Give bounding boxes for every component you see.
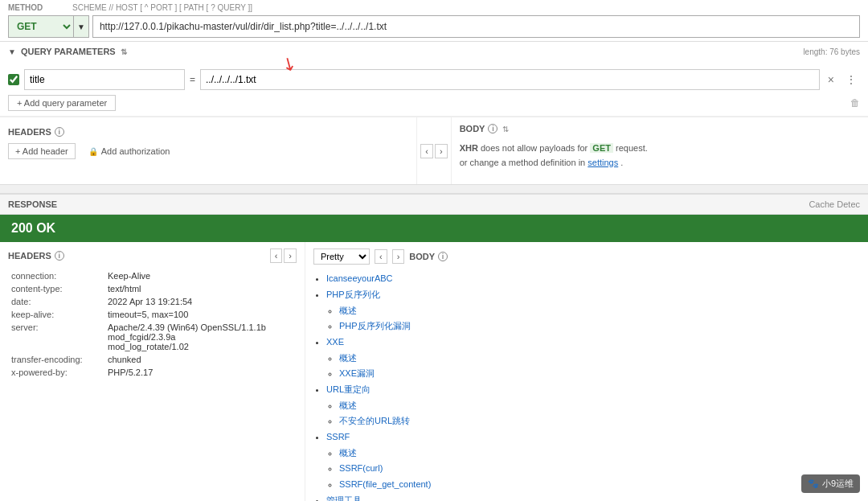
link-unsafe-url[interactable]: 不安全的URL跳转 <box>339 416 410 425</box>
equals-sign: = <box>190 74 195 85</box>
resp-header-transfer: transfer-encoding: chunked <box>8 353 297 366</box>
body-label: BODY i <box>460 124 498 133</box>
method-arrow-icon[interactable]: ▼ <box>73 15 89 38</box>
link-php-deser-overview[interactable]: 概述 <box>339 306 357 315</box>
link-ssrf-overview[interactable]: 概述 <box>339 448 357 458</box>
settings-link[interactable]: settings <box>588 158 618 167</box>
resp-headers-label: HEADERS i <box>8 251 64 261</box>
resp-header-key: content-type: <box>8 282 104 295</box>
delete-row-btn[interactable]: 🗑 <box>850 97 860 109</box>
add-header-button[interactable]: + Add header <box>8 143 76 159</box>
url-input[interactable] <box>92 15 860 38</box>
xhr-text: XHR does not allow payloads for GET requ… <box>460 143 648 153</box>
resp-header-date: date: 2022 Apr 13 19:21:54 <box>8 295 297 308</box>
resp-nav-right[interactable]: › <box>284 248 297 263</box>
body-sort-icon: ⇅ <box>502 125 509 133</box>
resp-header-value: PHP/5.2.17 <box>104 366 297 379</box>
resp-header-value: Keep-Alive <box>104 269 297 282</box>
status-bar: 200 OK <box>0 215 868 242</box>
lock-icon: 🔒 <box>88 147 98 156</box>
link-xxe-vuln[interactable]: XXE漏洞 <box>339 368 375 378</box>
link-ssrf[interactable]: SSRF <box>326 432 350 441</box>
resp-header-key: server: <box>8 321 104 353</box>
resp-header-value: timeout=5, max=100 <box>104 308 297 321</box>
link-icanseeyourabc[interactable]: IcanseeyourABC <box>326 273 393 283</box>
headers-label: HEADERS i <box>8 127 64 137</box>
resp-header-value: text/html <box>104 282 297 295</box>
resp-header-value: Apache/2.4.39 (Win64) OpenSSL/1.1.1b mod… <box>104 321 297 353</box>
resp-header-server: server: Apache/2.4.39 (Win64) OpenSSL/1.… <box>8 321 297 353</box>
query-param-more-btn[interactable]: ⋮ <box>842 73 860 86</box>
link-ssrf-curl[interactable]: SSRF(curl) <box>339 463 383 473</box>
resp-body-info-icon: i <box>438 252 448 261</box>
scheme-hint: SCHEME // HOST [ ^ PORT ] [ PATH [ ? QUE… <box>72 3 252 12</box>
query-params-label: QUERY PARAMETERS <box>21 47 116 56</box>
resp-header-key: transfer-encoding: <box>8 353 104 366</box>
resp-header-keep-alive: keep-alive: timeout=5, max=100 <box>8 308 297 321</box>
headers-info-icon: i <box>55 127 64 137</box>
resp-header-value: chunked <box>104 353 297 366</box>
query-param-key[interactable] <box>24 69 185 90</box>
resp-header-key: date: <box>8 295 104 308</box>
method-select[interactable]: GET POST PUT PATCH DELETE <box>8 15 73 38</box>
nav-left-arrow[interactable]: ‹ <box>420 144 433 158</box>
query-param-checkbox[interactable] <box>8 74 19 85</box>
resp-headers-info-icon: i <box>55 251 64 261</box>
response-headers-table: connection: Keep-Alive content-type: tex… <box>8 269 297 379</box>
xhr-notice: XHR does not allow payloads for GET requ… <box>460 142 860 170</box>
length-label: length: 76 bytes <box>803 47 860 56</box>
watermark: 🐾 小9运维 <box>801 474 860 493</box>
resp-header-key: connection: <box>8 269 104 282</box>
period: . <box>620 158 623 167</box>
link-xxe[interactable]: XXE <box>326 337 344 347</box>
response-header-bar: RESPONSE Cache Detec <box>0 194 868 215</box>
link-url-overview[interactable]: 概述 <box>339 400 357 410</box>
add-authorization-button[interactable]: 🔒 Add authorization <box>82 144 177 158</box>
method-selector[interactable]: GET POST PUT PATCH DELETE ▼ <box>8 15 89 38</box>
resp-body-label: BODY i <box>409 252 448 261</box>
status-text: 200 OK <box>11 221 55 235</box>
resp-header-connection: connection: Keep-Alive <box>8 269 297 282</box>
resp-header-content-type: content-type: text/html <box>8 282 297 295</box>
link-url-redirect[interactable]: URL重定向 <box>326 384 371 394</box>
resp-body-nav-left[interactable]: ‹ <box>375 249 387 264</box>
query-param-value[interactable] <box>200 69 820 90</box>
resp-nav-left[interactable]: ‹ <box>270 248 283 263</box>
resp-header-value: 2022 Apr 13 19:21:54 <box>104 295 297 308</box>
watermark-icon: 🐾 <box>808 478 819 489</box>
response-body-content: IcanseeyourABC PHP反序列化 概述 PHP反序列化漏洞 XXE … <box>313 271 860 501</box>
query-param-row: = × ⋮ <box>8 69 860 90</box>
cache-detect-label: Cache Detec <box>809 199 860 209</box>
pretty-select[interactable]: Pretty Raw Preview <box>314 249 369 264</box>
sort-icon: ⇅ <box>121 47 127 56</box>
link-ssrf-file[interactable]: SSRF(file_get_content) <box>339 479 431 489</box>
link-admin-tools[interactable]: 管理工具 <box>326 495 362 501</box>
query-toggle-arrow[interactable]: ▼ <box>8 47 16 56</box>
pretty-selector[interactable]: Pretty Raw Preview <box>313 248 370 265</box>
method-label: METHOD <box>8 3 56 12</box>
response-label: RESPONSE <box>8 199 57 209</box>
resp-header-key: keep-alive: <box>8 308 104 321</box>
xhr-or-text: or change a method definition in <box>460 158 586 167</box>
add-auth-label: Add authorization <box>101 146 170 156</box>
link-xxe-overview[interactable]: 概述 <box>339 353 357 363</box>
link-php-deser-vuln[interactable]: PHP反序列化漏洞 <box>339 321 411 331</box>
watermark-text: 小9运维 <box>822 478 854 490</box>
resp-header-key: x-powered-by: <box>8 366 104 379</box>
body-info-icon: i <box>488 124 497 133</box>
query-param-close-btn[interactable]: × <box>825 73 837 86</box>
add-query-param-button[interactable]: + Add query parameter <box>8 95 116 111</box>
resp-body-nav-right[interactable]: › <box>392 249 405 264</box>
resp-header-x-powered: x-powered-by: PHP/5.2.17 <box>8 366 297 379</box>
link-php-deser[interactable]: PHP反序列化 <box>326 290 380 299</box>
nav-right-arrow[interactable]: › <box>435 144 448 158</box>
